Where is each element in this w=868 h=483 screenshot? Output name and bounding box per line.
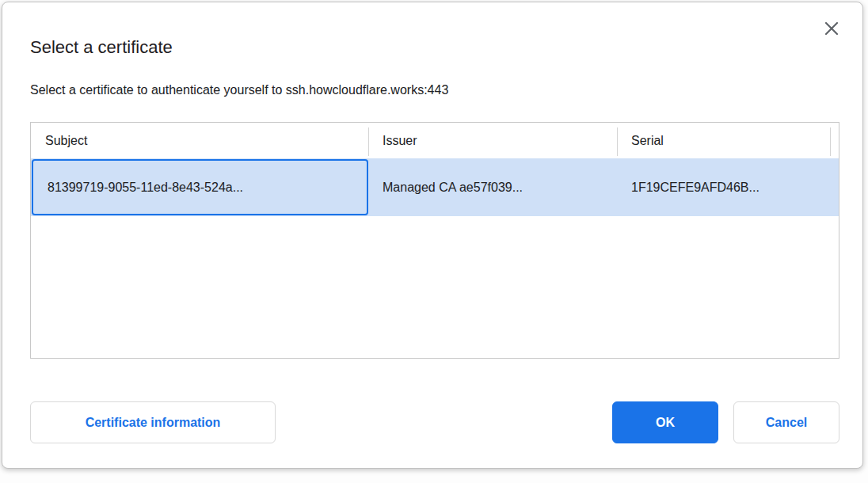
certificate-table: Subject Issuer Serial 81399719-9055-11ed…: [30, 122, 839, 359]
cancel-button[interactable]: Cancel: [733, 401, 839, 443]
certificate-select-dialog: Select a certificate Select a certificat…: [2, 2, 863, 469]
header-divider: [368, 127, 369, 156]
cell-issuer[interactable]: Managed CA ae57f039...: [368, 158, 617, 216]
header-divider: [617, 127, 618, 156]
ok-button[interactable]: OK: [612, 401, 718, 443]
certificate-row-selected[interactable]: 81399719-9055-11ed-8e43-524a... Managed …: [31, 158, 839, 216]
column-header-serial: Serial: [617, 134, 839, 148]
page-title: Select a certificate: [30, 36, 173, 59]
certificate-information-button[interactable]: Certificate information: [30, 401, 276, 443]
column-header-issuer: Issuer: [368, 134, 617, 148]
table-header: Subject Issuer Serial: [31, 123, 839, 158]
cell-serial[interactable]: 1F19CEFE9AFD46B...: [617, 158, 839, 216]
close-button[interactable]: [823, 20, 840, 37]
cell-subject[interactable]: 81399719-9055-11ed-8e43-524a...: [32, 159, 368, 215]
dialog-subtitle: Select a certificate to authenticate you…: [30, 82, 448, 99]
close-icon: [824, 21, 839, 36]
column-header-subject: Subject: [31, 134, 368, 148]
header-divider: [830, 127, 831, 156]
